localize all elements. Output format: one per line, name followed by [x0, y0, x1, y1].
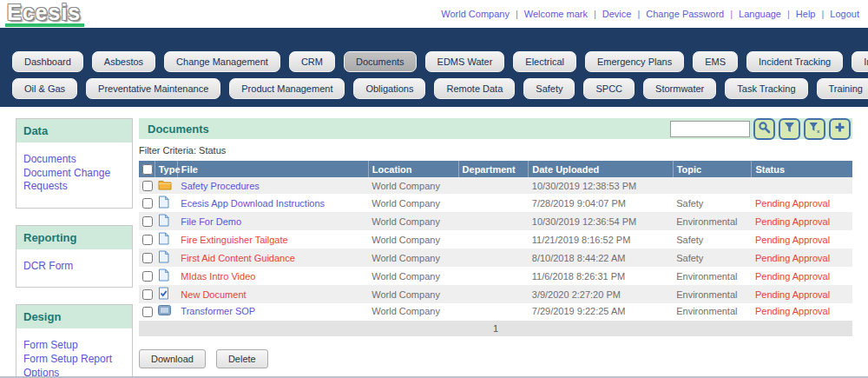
row-topic-cell: Environmental — [673, 303, 752, 319]
document-icon — [158, 196, 169, 210]
row-checkbox[interactable] — [142, 198, 153, 209]
file-link-midas-intro-video[interactable]: MIdas Intro Video — [181, 271, 255, 282]
nav-tab-inspections[interactable]: Inspections — [852, 51, 868, 72]
nav-tab-spcc[interactable]: SPCC — [583, 78, 635, 99]
row-file-cell: Ecesis App Download Instructions — [177, 194, 368, 212]
row-checkbox[interactable] — [142, 181, 153, 191]
top-link-welcome-mark[interactable]: Welcome mark — [524, 9, 588, 19]
file-link-ecesis-app-download-instructions[interactable]: Ecesis App Download Instructions — [181, 198, 325, 209]
file-link-file-for-demo[interactable]: File For Demo — [181, 216, 241, 227]
nav-tab-asbestos[interactable]: Asbestos — [92, 51, 155, 72]
link-separator: | — [787, 9, 790, 19]
row-checkbox[interactable] — [142, 253, 153, 263]
document-icon — [158, 214, 169, 229]
nav-tab-dashboard[interactable]: Dashboard — [12, 51, 83, 72]
row-checkbox[interactable] — [142, 271, 153, 282]
row-checkbox-cell — [139, 285, 155, 303]
nav-tab-change-management[interactable]: Change Management — [164, 51, 280, 72]
row-checkbox-cell — [139, 194, 155, 212]
row-checkbox[interactable] — [142, 289, 153, 300]
nav-tab-oil-gas[interactable]: Oil & Gas — [12, 78, 77, 99]
filter-button[interactable] — [779, 118, 800, 140]
nav-tab-crm[interactable]: CRM — [289, 51, 335, 72]
table-row: Fire Extinguisher TailgateWorld Company1… — [139, 230, 852, 249]
nav-tab-documents[interactable]: Documents — [344, 51, 417, 72]
column-header-topic[interactable]: Topic — [673, 161, 752, 177]
add-button[interactable] — [829, 118, 851, 140]
sidebar-link-form-setup[interactable]: Form Setup — [23, 339, 125, 353]
row-checkbox[interactable] — [142, 235, 153, 245]
file-link-transformer-sop[interactable]: Transformer SOP — [181, 306, 255, 316]
top-link-language[interactable]: Language — [739, 9, 781, 19]
pagination-bar[interactable]: 1 — [139, 321, 852, 336]
column-header-type[interactable]: Type — [155, 161, 177, 177]
row-status-cell: Pending Approval — [752, 230, 852, 249]
row-status-cell: Pending Approval — [752, 285, 852, 303]
row-date-cell: 7/28/2019 9:04:07 PM — [529, 194, 673, 212]
file-link-new-document[interactable]: New Document — [181, 289, 246, 300]
top-bar: Ecesis World Company|Welcome mark|Device… — [0, 0, 868, 28]
nav-tab-obligations[interactable]: Obligations — [353, 78, 425, 99]
delete-button[interactable]: Delete — [216, 349, 268, 368]
row-topic-cell: Environmental — [673, 285, 752, 303]
document-icon — [158, 232, 169, 247]
row-type-cell — [155, 177, 177, 194]
panel-title-data: Data — [16, 119, 132, 143]
download-button[interactable]: Download — [139, 349, 206, 368]
column-header-location[interactable]: Location — [368, 161, 458, 177]
folder-icon — [158, 179, 172, 192]
filter-icon — [783, 121, 796, 137]
search-button[interactable] — [753, 118, 775, 140]
nav-tab-training[interactable]: Training — [817, 78, 868, 99]
nav-tab-product-management[interactable]: Product Management — [229, 78, 345, 99]
row-checkbox-cell — [139, 230, 155, 249]
row-type-cell — [155, 267, 177, 285]
nav-tab-edms-water[interactable]: EDMS Water — [425, 51, 505, 72]
nav-tab-ems[interactable]: EMS — [693, 51, 738, 72]
nav-tab-emergency-plans[interactable]: Emergency Plans — [585, 51, 684, 72]
sidebar-link-dcr-form[interactable]: DCR Form — [23, 260, 125, 274]
column-header-status[interactable]: Status — [752, 161, 852, 177]
top-link-world-company[interactable]: World Company — [441, 9, 510, 19]
nav-tab-incident-tracking[interactable]: Incident Tracking — [746, 51, 843, 72]
documents-table: TypeFileLocationDepartmentDate UploadedT… — [139, 161, 852, 319]
nav-tab-task-tracking[interactable]: Task Tracking — [725, 78, 807, 99]
row-checkbox[interactable] — [142, 216, 153, 227]
document-check-icon — [158, 287, 169, 302]
column-header-date-uploaded[interactable]: Date Uploaded — [529, 161, 673, 177]
column-header-file[interactable]: File — [177, 161, 368, 177]
row-type-cell — [155, 230, 177, 249]
document-icon — [158, 250, 169, 265]
row-file-cell: Fire Extinguisher Tailgate — [177, 230, 368, 249]
column-header-department[interactable]: Department — [458, 161, 529, 177]
sidebar-link-document-change-requests[interactable]: Document Change Requests — [23, 167, 125, 194]
table-row: MIdas Intro VideoWorld Company11/6/2018 … — [139, 267, 852, 285]
row-status-cell: Pending Approval — [752, 194, 852, 212]
row-checkbox-cell — [139, 249, 155, 267]
table-row: Transformer SOPWorld Company7/29/2019 9:… — [139, 303, 852, 319]
file-link-first-aid-content-guidance[interactable]: First Aid Content Guidance — [181, 253, 294, 263]
nav-tab-electrical[interactable]: Electrical — [513, 51, 576, 72]
nav-tab-safety[interactable]: Safety — [523, 78, 575, 99]
top-link-help[interactable]: Help — [796, 9, 816, 19]
file-link-fire-extinguisher-tailgate[interactable]: Fire Extinguisher Tailgate — [181, 235, 287, 245]
row-file-cell: MIdas Intro Video — [177, 267, 368, 285]
filter-clear-button[interactable]: x — [804, 118, 825, 140]
top-link-logout[interactable]: Logout — [830, 9, 859, 19]
sidebar-link-form-setup-report-options[interactable]: Form Setup Report Options — [23, 353, 125, 378]
row-checkbox[interactable] — [142, 307, 153, 317]
nav-band: DashboardAsbestosChange ManagementCRMDoc… — [0, 28, 868, 107]
panel-body-reporting: DCR Form — [16, 249, 132, 288]
nav-tab-remote-data[interactable]: Remote Data — [434, 78, 515, 99]
sidebar-link-documents[interactable]: Documents — [23, 153, 125, 167]
sidebar-panel-design: DesignForm SetupForm Setup Report Option… — [16, 304, 133, 378]
nav-row-1: DashboardAsbestosChange ManagementCRMDoc… — [12, 51, 856, 72]
search-input[interactable] — [670, 121, 750, 137]
row-location-cell: World Company — [368, 177, 458, 194]
nav-tab-stormwater[interactable]: Stormwater — [643, 78, 716, 99]
nav-tab-preventative-maintenance[interactable]: Preventative Maintenance — [86, 78, 220, 99]
file-link-safety-procedures[interactable]: Safety Procedures — [181, 181, 260, 191]
select-all-checkbox[interactable] — [142, 164, 153, 175]
top-link-device[interactable]: Device — [602, 9, 632, 19]
top-link-change-password[interactable]: Change Password — [646, 9, 724, 19]
